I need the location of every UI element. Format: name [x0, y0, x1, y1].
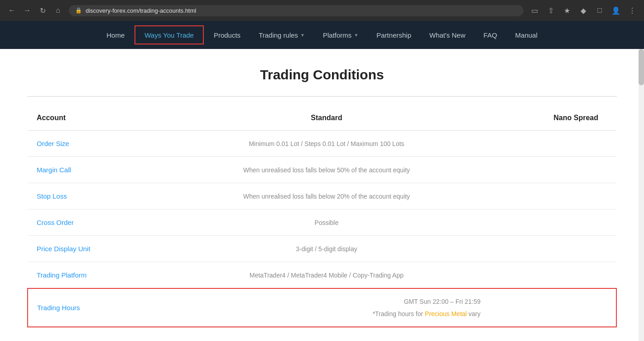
value-price-display-nano	[490, 236, 616, 262]
nav-ways-you-trade[interactable]: Ways You Trade	[135, 25, 204, 44]
precious-metal-text-highlight: Precious Metal	[425, 310, 467, 317]
label-margin-call: Margin Call	[28, 157, 163, 183]
row-trading-hours: Trading Hours GMT Sun 22:00 – Fri 21:59 …	[28, 288, 616, 327]
trading-rules-chevron-icon: ▼	[300, 33, 305, 38]
value-price-display-standard: 3-digit / 5-digit display	[163, 236, 490, 262]
nav-manual[interactable]: Manual	[506, 21, 547, 49]
browser-navigation[interactable]: ← → ↻ ⌂	[5, 4, 64, 17]
browser-chrome: ← → ↻ ⌂ 🔒 ▭ ⇧ ★ ◆ □ 👤 ⋮	[0, 0, 644, 21]
nav-trading-rules-label: Trading rules	[259, 31, 298, 39]
reload-button[interactable]: ↻	[36, 4, 49, 17]
nav-manual-label: Manual	[515, 31, 538, 39]
label-order-size: Order Size	[28, 131, 163, 157]
nav-products[interactable]: Products	[205, 21, 250, 49]
value-margin-call-nano	[490, 157, 616, 183]
forward-button[interactable]: →	[21, 4, 34, 17]
nav-whats-new-label: What's New	[429, 31, 466, 39]
label-trading-platform: Trading Platform	[28, 262, 163, 289]
back-button[interactable]: ←	[5, 4, 18, 17]
value-stop-loss-standard: When unrealised loss falls below 20% of …	[163, 183, 490, 209]
scrollbar-thumb[interactable]	[639, 49, 644, 85]
col-header-account: Account	[28, 106, 163, 131]
col-header-standard: Standard	[163, 106, 490, 131]
nav-partnership[interactable]: Partnership	[367, 21, 420, 49]
nav-faq[interactable]: FAQ	[475, 21, 506, 49]
main-navigation: Home Ways You Trade Products Trading rul…	[0, 21, 644, 49]
row-stop-loss: Stop Loss When unrealised loss falls bel…	[28, 183, 616, 209]
nav-platforms-label: Platforms	[323, 31, 351, 39]
value-stop-loss-nano	[490, 183, 616, 209]
value-cross-order-standard: Possible	[163, 209, 490, 236]
value-trading-hours-standard: GMT Sun 22:00 – Fri 21:59 *Trading hours…	[163, 288, 490, 327]
label-trading-hours: Trading Hours	[28, 288, 163, 327]
nav-faq-label: FAQ	[484, 31, 497, 39]
nav-whats-new[interactable]: What's New	[420, 21, 475, 49]
nav-platforms[interactable]: Platforms ▼	[314, 21, 367, 49]
precious-metal-text-end: vary	[467, 310, 481, 317]
nav-partnership-label: Partnership	[376, 31, 411, 39]
value-order-size-nano	[490, 131, 616, 157]
value-cross-order-nano	[490, 209, 616, 236]
nav-home[interactable]: Home	[97, 21, 134, 49]
trading-hours-precious-metal: *Trading hours for Precious Metal vary	[173, 308, 481, 320]
browser-actions: ▭ ⇧ ★ ◆ □ 👤 ⋮	[528, 4, 639, 17]
label-stop-loss: Stop Loss	[28, 183, 163, 209]
col-header-nano-spread: Nano Spread	[490, 106, 616, 131]
nav-products-label: Products	[214, 31, 240, 39]
label-price-display: Price Display Unit	[28, 236, 163, 262]
row-cross-order: Cross Order Possible	[28, 209, 616, 236]
title-divider	[27, 96, 617, 97]
bookmark-icon[interactable]: ★	[561, 4, 573, 17]
value-trading-hours-nano	[490, 288, 616, 327]
conditions-table: Account Standard Nano Spread Order Size …	[27, 106, 617, 327]
profile-icon[interactable]: 👤	[610, 4, 622, 17]
share-icon[interactable]: ⇧	[544, 4, 557, 17]
value-order-size-standard: Minimum 0.01 Lot / Steps 0.01 Lot / Maxi…	[163, 131, 490, 157]
page-title: Trading Conditions	[27, 67, 617, 83]
nav-trading-rules[interactable]: Trading rules ▼	[250, 21, 314, 49]
window-icon[interactable]: □	[593, 4, 606, 17]
scrollbar-track[interactable]	[639, 49, 644, 341]
label-cross-order: Cross Order	[28, 209, 163, 236]
main-content: Trading Conditions Account Standard Nano…	[0, 49, 644, 341]
cast-icon[interactable]: ▭	[528, 4, 541, 17]
lock-icon: 🔒	[75, 7, 82, 14]
nav-home-label: Home	[106, 31, 125, 39]
nav-ways-you-trade-label: Ways You Trade	[144, 31, 194, 39]
url-input[interactable]	[86, 7, 517, 14]
row-price-display: Price Display Unit 3-digit / 5-digit dis…	[28, 236, 616, 262]
value-trading-platform-nano	[490, 262, 616, 289]
platforms-chevron-icon: ▼	[354, 33, 358, 38]
address-bar[interactable]: 🔒	[69, 5, 524, 16]
precious-metal-text-start: *Trading hours for	[373, 310, 425, 317]
row-trading-platform: Trading Platform MetaTrader4 / MetaTrade…	[28, 262, 616, 289]
value-margin-call-standard: When unrealised loss falls below 50% of …	[163, 157, 490, 183]
row-margin-call: Margin Call When unrealised loss falls b…	[28, 157, 616, 183]
table-header-row: Account Standard Nano Spread	[28, 106, 616, 131]
menu-icon[interactable]: ⋮	[626, 4, 639, 17]
home-button[interactable]: ⌂	[52, 4, 64, 17]
trading-hours-gmt: GMT Sun 22:00 – Fri 21:59	[173, 296, 481, 308]
row-order-size: Order Size Minimum 0.01 Lot / Steps 0.01…	[28, 131, 616, 157]
value-trading-platform-standard: MetaTrader4 / MetaTrader4 Mobile / Copy-…	[163, 262, 490, 289]
extension-icon[interactable]: ◆	[577, 4, 590, 17]
